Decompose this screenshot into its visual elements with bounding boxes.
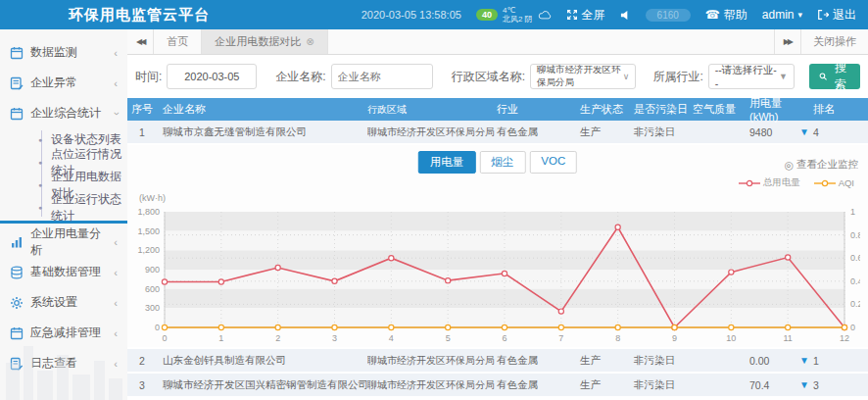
help-label: 帮助: [724, 7, 747, 24]
trend-down-icon[interactable]: ▼: [799, 380, 809, 390]
filter-bar: 时间: 企业名称: 行政区域名称: 聊城市经济开发区环保局分局 ∨ 所属行业: …: [127, 55, 868, 98]
cloud-icon: [538, 8, 552, 22]
trend-down-icon[interactable]: ▼: [799, 356, 809, 366]
sidebar-subitem-running-status[interactable]: ● 企业运行状态统计: [0, 196, 127, 219]
power-value: 70.4: [749, 379, 769, 391]
weather-text: 4℃ 北风2 阴: [503, 6, 533, 24]
chevron-down-icon: ∨: [623, 72, 630, 81]
help-button[interactable]: ☎ 帮助: [705, 7, 747, 24]
tabs-scroll-left-button[interactable]: ◀◀: [127, 29, 154, 54]
tabbar-spacer: [328, 29, 774, 54]
cell-pollution-day: 非污染日: [634, 378, 693, 392]
svg-text:0.4: 0.4: [850, 276, 860, 286]
tab-power-compare[interactable]: 企业用电数据对比 ⊗: [202, 29, 327, 54]
svg-text:5: 5: [446, 333, 451, 343]
cell-region: 聊城市经济开发区环保局分局: [367, 354, 497, 368]
chevron-left-icon: ‹: [114, 77, 118, 89]
search-label: 搜索: [831, 60, 850, 93]
chevron-left-icon: ‹: [114, 47, 118, 59]
calendar-icon: [10, 107, 24, 121]
table-row[interactable]: 1 聊城市京鑫无缝管制造有限公司 聊城市经济开发区环保局分局 有色金属 生产 非…: [127, 121, 868, 145]
svg-text:900: 900: [145, 265, 160, 275]
cell-rank: 3: [813, 379, 848, 391]
svg-text:0: 0: [162, 333, 167, 343]
sidebar-item-company-abnormal[interactable]: 企业异常 ‹: [0, 68, 127, 98]
svg-text:1: 1: [850, 207, 855, 217]
sidebar-item-label: 企业异常: [30, 75, 77, 91]
chevron-down-icon: ‹: [110, 112, 121, 116]
alarm-count-pill[interactable]: 6160: [646, 9, 691, 22]
calendar-icon: [10, 46, 24, 60]
bullet-icon: ●: [38, 181, 42, 188]
monitor-link-label: 查看企业监控: [796, 158, 858, 172]
close-operations-menu[interactable]: 关闭操作: [800, 29, 868, 54]
svg-text:0.8: 0.8: [850, 230, 860, 240]
cell-status: 生产: [580, 354, 634, 368]
col-header-index: 序号: [127, 102, 157, 117]
svg-text:0: 0: [850, 323, 855, 332]
legend-label: 总用电量: [763, 176, 800, 189]
dropdown-arrow-icon: ▼: [779, 72, 788, 81]
region-select[interactable]: 聊城市经济开发区环保局分局 ∨: [530, 64, 636, 89]
row-detail-panel: 用电量 烟尘 VOC ◎ 查看企业监控: [127, 145, 868, 349]
cell-rank: 4: [813, 126, 848, 138]
mute-button[interactable]: [620, 10, 631, 21]
trend-down-icon[interactable]: ▼: [799, 127, 809, 137]
svg-text:7: 7: [558, 333, 563, 343]
date-input[interactable]: [167, 64, 257, 89]
tab-smoke-dust[interactable]: 烟尘: [479, 151, 525, 174]
city-watermark: [0, 331, 127, 400]
region-selected-value: 聊城市经济开发区环保局分局: [537, 64, 623, 89]
tab-power-usage[interactable]: 用电量: [418, 151, 476, 174]
sidebar-item-power-analysis[interactable]: 企业用电量分析 ‹: [0, 226, 127, 257]
svg-text:12: 12: [840, 333, 849, 343]
logout-button[interactable]: 退出: [817, 7, 856, 24]
col-header-pollution-day: 是否污染日: [634, 102, 693, 117]
user-menu[interactable]: admin ▾: [762, 8, 802, 22]
sidebar-item-label: 数据监测: [30, 44, 77, 61]
chevron-left-icon: ‹: [114, 267, 118, 278]
search-button[interactable]: 搜索: [809, 64, 860, 89]
industry-label: 所属行业:: [652, 69, 702, 85]
tabs-scroll-right-button[interactable]: ▶▶: [774, 29, 800, 54]
sidebar-subitem-label: 企业运行状态统计: [51, 191, 127, 225]
cell-company: 山东金创钎具制造有限公司: [157, 354, 367, 368]
chart-metric-tabs: 用电量 烟尘 VOC: [418, 151, 577, 174]
cell-company: 聊城市京鑫无缝管制造有限公司: [157, 125, 367, 139]
legend-item-aqi[interactable]: AQI: [814, 177, 854, 188]
fullscreen-button[interactable]: 全屏: [566, 7, 605, 24]
tab-voc[interactable]: VOC: [529, 151, 577, 174]
detail-toolbar: 用电量 烟尘 VOC ◎ 查看企业监控: [135, 150, 860, 175]
sidebar-item-label: 企业综合统计: [30, 105, 101, 122]
tab-label: 首页: [167, 34, 188, 49]
power-value: 0.00: [749, 355, 769, 367]
wind-label: 北风2 阴: [503, 15, 533, 24]
cell-company: 聊城市经济开发区国兴精密钢管制造有限公司: [157, 378, 367, 392]
col-header-region: 行政区域: [367, 103, 497, 117]
header-toolbar: 2020-03-05 13:58:05 40 4℃ 北风2 阴 全屏: [362, 6, 856, 24]
table-row[interactable]: 2 山东金创钎具制造有限公司 聊城市经济开发区环保局分局 有色金属 生产 非污染…: [127, 349, 868, 374]
close-icon[interactable]: ⊗: [306, 36, 313, 47]
svg-text:11: 11: [783, 333, 792, 343]
cell-industry: 有色金属: [497, 378, 580, 392]
svg-text:1,500: 1,500: [137, 226, 160, 236]
app-title: 环保用电监管云平台: [69, 6, 210, 25]
col-header-rank: 排名: [813, 102, 848, 117]
cell-industry: 有色金属: [497, 354, 580, 368]
table-row[interactable]: 3 聊城市经济开发区国兴精密钢管制造有限公司 聊城市经济开发区环保局分局 有色金…: [127, 374, 868, 398]
temperature-label: 4℃: [503, 6, 533, 15]
legend-item-power[interactable]: 总用电量: [739, 176, 800, 189]
tab-home[interactable]: 首页: [154, 29, 202, 54]
industry-select[interactable]: --请选择行业-- ▼: [708, 64, 795, 89]
top-header: 环保用电监管云平台 2020-03-05 13:58:05 40 4℃ 北风2 …: [0, 0, 868, 29]
col-header-company: 企业名称: [157, 102, 367, 117]
sidebar-item-data-monitor[interactable]: 数据监测 ‹: [0, 37, 127, 68]
power-value: 9480: [749, 126, 772, 138]
company-name-input[interactable]: [331, 64, 433, 89]
view-monitor-link[interactable]: ◎ 查看企业监控: [785, 158, 858, 172]
sidebar-item-label: 系统设置: [30, 294, 77, 311]
sidebar-item-system-settings[interactable]: 系统设置 ‹: [0, 287, 127, 318]
svg-text:(kW·h): (kW·h): [139, 193, 166, 203]
sidebar-item-company-stats[interactable]: 企业综合统计 ‹: [0, 98, 127, 128]
sidebar-item-base-data[interactable]: 基础数据管理 ‹: [0, 257, 127, 287]
